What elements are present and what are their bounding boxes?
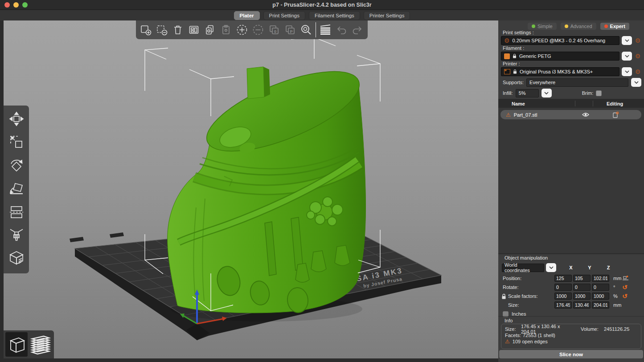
model-part-07[interactable] — [168, 55, 369, 313]
simple-dot-icon — [532, 24, 535, 28]
infill-dropdown-button[interactable] — [541, 89, 552, 98]
editor-view-button[interactable] — [5, 332, 28, 357]
axis-headers: X Y Z — [503, 264, 641, 271]
filament-combo[interactable]: Generic PETG — [501, 52, 619, 61]
rotate-tool-button[interactable] — [6, 154, 27, 177]
printer-combo[interactable]: Original Prusa i3 MK3S & MK3S+ — [501, 67, 619, 76]
position-z-input[interactable] — [592, 275, 609, 282]
printer-edit-button[interactable]: ⚙ — [634, 69, 641, 75]
supports-select[interactable]: Everywhere — [526, 78, 628, 87]
info-box: Size: 176.45 x 130.46 x 204.01 Volume: 2… — [501, 324, 641, 349]
brim-checkbox[interactable] — [596, 90, 602, 96]
rotate-reset-icon[interactable]: ↺ — [622, 284, 628, 290]
size-y-input[interactable] — [573, 301, 591, 309]
tab-printer-settings[interactable]: Printer Settings — [364, 11, 410, 20]
position-unit: mm — [611, 276, 622, 281]
scale-tool-button[interactable] — [6, 130, 27, 154]
position-label: Position: — [503, 276, 554, 281]
mode-simple-button[interactable]: Simple — [528, 23, 557, 30]
eye-icon[interactable] — [582, 112, 589, 118]
mode-advanced-button[interactable]: Advanced — [561, 23, 596, 30]
delete-object-button[interactable] — [154, 21, 170, 38]
drop-to-bed-icon[interactable] — [622, 275, 629, 282]
split-parts-button[interactable]: P — [282, 21, 298, 38]
advanced-dot-icon — [565, 24, 568, 28]
delete-all-button[interactable] — [170, 21, 186, 38]
scale-x-input[interactable] — [554, 293, 572, 300]
info-volume-value: 2451126.25 — [604, 326, 629, 332]
scale-reset-icon[interactable]: ↺ — [622, 293, 628, 299]
size-x-input[interactable] — [554, 301, 572, 309]
tab-plater[interactable]: Plater — [234, 11, 260, 20]
mode-expert-button[interactable]: Expert — [600, 23, 629, 30]
undo-button[interactable] — [333, 21, 349, 38]
rotate-z-input[interactable] — [592, 284, 609, 291]
view-switcher — [4, 330, 54, 358]
infill-label: Infill: — [503, 90, 513, 96]
axis-y-header: Y — [580, 265, 599, 270]
supports-label: Supports: — [503, 80, 524, 85]
main-area: ORIGINAL PRUSA i3 MK3 by Josef Prusa — [0, 20, 644, 362]
separator — [498, 316, 644, 317]
printer-dropdown-button[interactable] — [622, 67, 632, 76]
copy-button[interactable] — [202, 21, 218, 38]
slice-now-button[interactable]: Slice now — [499, 350, 643, 358]
place-on-face-tool-button[interactable] — [6, 177, 27, 200]
infill-select[interactable]: 5% — [516, 89, 539, 98]
filament-edit-button[interactable]: ⚙ — [634, 53, 641, 59]
printer-combo-row: Original Prusa i3 MK3S & MK3S+ ⚙ — [501, 67, 641, 76]
redo-button[interactable] — [349, 21, 365, 38]
info-volume-label: Volume: — [581, 326, 604, 332]
cut-tool-button[interactable] — [6, 200, 27, 223]
arrange-button[interactable] — [186, 21, 202, 38]
uniform-scale-lock-icon[interactable] — [501, 293, 506, 301]
seam-tool-button[interactable] — [6, 246, 27, 269]
print-settings-dropdown-button[interactable] — [622, 36, 632, 45]
variable-layer-height-button[interactable] — [317, 21, 333, 38]
axis-z-header: Z — [599, 265, 618, 270]
scale-y-input[interactable] — [573, 293, 591, 300]
filament-dropdown-button[interactable] — [622, 52, 632, 61]
paint-supports-tool-button[interactable] — [6, 223, 27, 246]
supports-dropdown-button[interactable] — [631, 78, 641, 87]
remove-instance-button[interactable] — [250, 21, 266, 38]
size-z-input[interactable] — [592, 301, 609, 309]
position-x-input[interactable] — [554, 275, 572, 282]
print-settings-edit-button[interactable]: ⚙ — [634, 37, 641, 44]
column-separator — [575, 101, 575, 106]
add-object-button[interactable] — [138, 21, 154, 38]
scale-z-input[interactable] — [592, 293, 609, 300]
edit-object-icon[interactable] — [613, 112, 619, 119]
zoom-button[interactable] — [22, 2, 28, 8]
close-button[interactable] — [4, 2, 10, 8]
search-button[interactable] — [298, 21, 314, 38]
scale-row: Scale factors: % ↺ — [503, 292, 641, 300]
sidebar: Simple Advanced Expert Print settings : … — [498, 20, 644, 362]
rotate-row: Rotate: ° ↺ — [503, 283, 641, 291]
paste-button[interactable] — [218, 21, 234, 38]
svg-text:P: P — [290, 29, 292, 34]
viewport-3d[interactable]: ORIGINAL PRUSA i3 MK3 by Josef Prusa — [4, 20, 498, 358]
minimize-button[interactable] — [13, 2, 19, 8]
infill-brim-row: Infill: 5% Brim: — [503, 89, 641, 98]
printer-icon — [504, 69, 510, 74]
object-list-row[interactable]: ⚠ Part_07.stl — [500, 110, 641, 119]
scale-unit: % — [611, 293, 622, 299]
rotate-x-input[interactable] — [554, 284, 572, 291]
print-settings-combo[interactable]: ⚙ 0.20mm SPEED @MK3 - 0.2 45 Overhang — [501, 36, 619, 45]
add-instance-button[interactable] — [234, 21, 250, 38]
name-column-header: Name — [512, 101, 525, 106]
object-name: Part_07.stl — [514, 112, 537, 118]
titlebar: p7 - PrusaSlicer-2.4.2 based on Slic3r — [0, 0, 644, 10]
scale-label: Scale factors: — [503, 293, 554, 299]
rotate-y-input[interactable] — [573, 284, 591, 291]
column-separator — [593, 101, 593, 106]
left-toolbar — [4, 106, 29, 273]
preview-view-button[interactable] — [29, 332, 52, 357]
move-tool-button[interactable] — [6, 107, 27, 130]
tab-print-settings[interactable]: Print Settings — [263, 11, 305, 20]
split-objects-button[interactable]: 0 — [266, 21, 282, 38]
print-settings-value: 0.20mm SPEED @MK3 - 0.2 45 Overhang — [513, 38, 606, 43]
position-y-input[interactable] — [573, 275, 591, 282]
tab-filament-settings[interactable]: Filament Settings — [309, 11, 360, 20]
